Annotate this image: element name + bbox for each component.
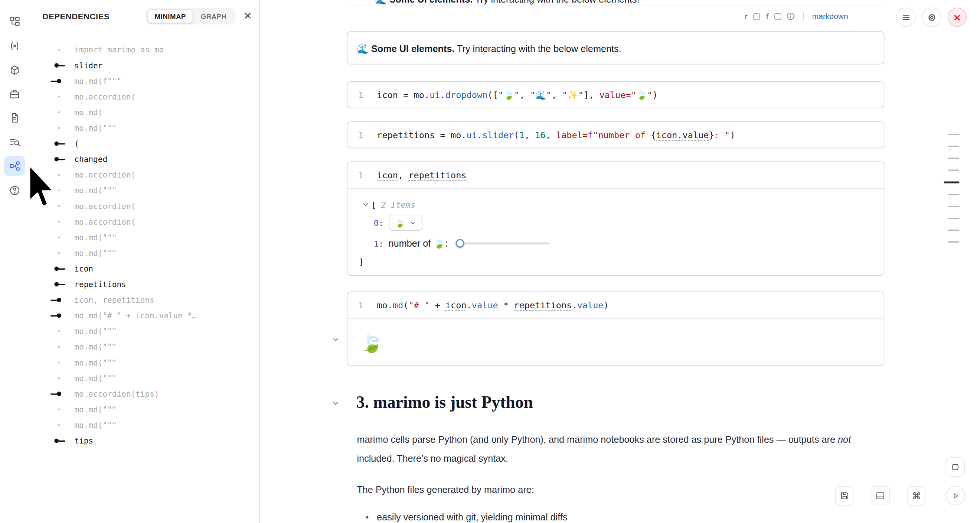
dependency-item[interactable]: mo.md(""" — [29, 417, 259, 433]
code-token: . — [440, 90, 445, 100]
dependency-item[interactable]: import marimo as mo — [29, 42, 259, 57]
dependency-item-label: mo.accordion( — [74, 92, 135, 101]
code-token: ], — [584, 90, 600, 100]
markdown-cell-toolbar: r f markdown — [347, 10, 884, 23]
cell-editor[interactable]: 1 repetitions = mo.ui.slider(1, 16, labe… — [347, 122, 884, 148]
section-collapse-icon[interactable] — [332, 400, 339, 407]
dependency-item[interactable]: repetitions — [29, 276, 259, 292]
dependency-item-label: mo.md(f""" — [74, 76, 121, 85]
dependency-item[interactable]: mo.accordion( — [29, 214, 259, 230]
dep-node-marker — [52, 57, 66, 73]
code-token: repetitions — [408, 170, 466, 180]
toc-icon[interactable] — [4, 11, 25, 31]
close-panel-button[interactable]: ✕ — [243, 11, 252, 21]
toolbar-f-checkbox[interactable] — [775, 13, 782, 20]
language-label[interactable]: markdown — [812, 12, 848, 21]
slider-track[interactable] — [455, 242, 550, 245]
dependency-item[interactable]: mo.md(""" — [29, 339, 259, 355]
hamburger-icon — [901, 12, 911, 22]
dependency-item[interactable]: tips — [29, 433, 259, 448]
keyboard-shortcuts-button[interactable]: ⌘ — [907, 486, 926, 505]
dependencies-title: DEPENDENCIES — [42, 11, 110, 21]
packages-icon[interactable] — [4, 60, 25, 80]
tree-key-1: 1: — [374, 239, 383, 248]
minimap-cell-line[interactable] — [948, 146, 959, 147]
variables-icon[interactable] — [4, 36, 25, 56]
run-button[interactable] — [945, 486, 965, 505]
minimap-cell-line[interactable] — [948, 169, 959, 171]
toolbar-r-checkbox[interactable] — [753, 13, 760, 20]
dependency-item-label: mo.md(""" — [74, 342, 116, 351]
minimap-cell-line[interactable] — [948, 218, 959, 219]
code-token: mo — [451, 130, 461, 140]
dependency-item-label: mo.md(""" — [74, 233, 116, 242]
layout-button[interactable] — [870, 486, 890, 505]
menu-button[interactable] — [896, 8, 915, 27]
minimap-cell-line[interactable] — [948, 241, 959, 242]
dependency-item[interactable]: mo.md(""" — [29, 370, 259, 386]
cell-editor[interactable]: 1 icon, repetitions — [347, 162, 884, 188]
dependency-item[interactable]: ( — [29, 136, 259, 151]
code-token: md — [393, 300, 403, 310]
minimap-cell-line[interactable] — [948, 194, 959, 195]
dependency-item[interactable]: mo.md("# " + icon.value *… — [29, 308, 259, 324]
dependency-graph-icon[interactable] — [4, 156, 25, 176]
dropdown-select[interactable]: 🍃 — [389, 215, 422, 231]
dependency-item[interactable]: mo.md(""" — [29, 355, 259, 370]
dependency-item[interactable]: icon — [29, 261, 259, 276]
dependency-list: import marimo as moslidermo.md(f"""mo.ac… — [29, 33, 259, 449]
code-token: . — [477, 130, 482, 140]
minimap-cell-line[interactable] — [948, 230, 959, 231]
dependency-item[interactable]: icon, repetitions — [29, 292, 259, 308]
dependencies-panel: DEPENDENCIES MINIMAP GRAPH ✕ import mari… — [29, 0, 260, 523]
code-token: value= — [599, 90, 631, 100]
dependency-item[interactable]: mo.md(""" — [29, 230, 259, 245]
dependency-item[interactable]: mo.md( — [29, 104, 259, 120]
dependency-item[interactable]: mo.accordion( — [29, 198, 259, 214]
code-token: ) — [730, 130, 735, 140]
settings-button[interactable] — [922, 8, 941, 27]
code-token: mo — [377, 300, 387, 310]
minimap-tab[interactable]: MINIMAP — [147, 9, 193, 23]
save-button[interactable] — [835, 486, 854, 505]
output-collapse-icon[interactable] — [332, 336, 339, 343]
data-sources-icon[interactable] — [4, 84, 25, 104]
cell-editor[interactable]: 1 icon = mo.ui.dropdown(["🍃", "🌊", "✨"],… — [347, 82, 884, 108]
snippets-icon[interactable] — [4, 108, 25, 128]
cell-select-button[interactable] — [945, 457, 965, 477]
dep-dot-marker — [52, 339, 66, 355]
dependency-item[interactable]: changed — [29, 151, 259, 167]
markdown-output: 🌊 Some UI elements. Try interacting with… — [347, 32, 884, 65]
dependency-item[interactable]: mo.accordion( — [29, 167, 259, 183]
command-icon: ⌘ — [912, 490, 921, 501]
minimap-cell-line[interactable] — [948, 134, 959, 135]
code-token: = — [435, 130, 451, 140]
minimap-cell-line[interactable] — [948, 158, 959, 159]
minimap-active-cell-line[interactable] — [943, 181, 959, 183]
dependency-item[interactable]: slider — [29, 57, 259, 73]
dependency-item[interactable]: mo.md(""" — [29, 402, 259, 417]
help-icon[interactable] — [4, 180, 25, 200]
code-token: icon — [445, 300, 467, 310]
graph-tab[interactable]: GRAPH — [193, 9, 234, 23]
line-number: 1 — [347, 300, 366, 310]
code-line: repetitions = mo.ui.slider(1, 16, label=… — [377, 130, 735, 140]
dep-dot-marker — [52, 417, 66, 433]
markdown-editor-clipped[interactable]: 🌊 Some UI elements. Try interacting with… — [347, 0, 884, 6]
dependency-item[interactable]: mo.md(""" — [29, 183, 259, 198]
dep-dot-marker — [52, 324, 66, 339]
cell-editor[interactable]: 1 mo.md("# " + icon.value * repetitions.… — [347, 292, 884, 319]
dependency-item[interactable]: mo.md(""" — [29, 120, 259, 136]
dependency-item[interactable]: mo.md(f""" — [29, 73, 259, 89]
dependency-item[interactable]: mo.accordion(tips) — [29, 386, 259, 402]
logs-icon[interactable] — [4, 132, 25, 152]
info-icon[interactable] — [787, 12, 795, 21]
tree-collapse-icon[interactable] — [362, 201, 369, 208]
slider-handle[interactable] — [456, 239, 465, 248]
dep-dot-marker — [52, 355, 66, 370]
minimap-cell-line[interactable] — [948, 206, 959, 207]
dependency-item[interactable]: mo.md(""" — [29, 245, 259, 261]
dependency-item[interactable]: mo.md(""" — [29, 324, 259, 339]
dependency-item[interactable]: mo.accordion( — [29, 89, 259, 104]
shutdown-button[interactable]: × — [947, 8, 967, 27]
